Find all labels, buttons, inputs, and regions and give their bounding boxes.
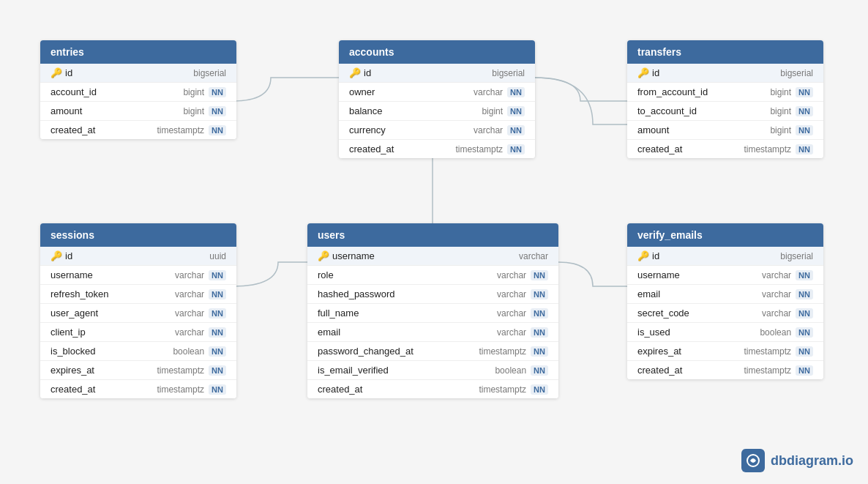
table-transfers: transfers 🔑 id bigserial from_account_id… [627, 40, 823, 158]
table-row: secret_code varchar NN [627, 304, 823, 323]
table-sessions: sessions 🔑 id uuid username varchar NN r… [40, 223, 236, 398]
table-row: to_account_id bigint NN [627, 102, 823, 121]
table-row: created_at timestamptz NN [40, 121, 236, 139]
key-icon: 🔑 [50, 250, 62, 261]
table-row: created_at timestamptz NN [40, 380, 236, 398]
table-row: expires_at timestamptz NN [40, 361, 236, 380]
key-icon: 🔑 [318, 250, 329, 261]
table-row: email varchar NN [307, 323, 558, 342]
table-row: created_at timestamptz NN [339, 140, 535, 158]
table-row: hashed_password varchar NN [307, 285, 558, 304]
key-icon: 🔑 [349, 67, 361, 78]
table-row: from_account_id bigint NN [627, 83, 823, 102]
table-row: refresh_token varchar NN [40, 285, 236, 304]
table-sessions-header: sessions [40, 223, 236, 247]
key-icon: 🔑 [637, 250, 649, 261]
table-users-header: users [307, 223, 558, 247]
table-row: amount bigint NN [40, 102, 236, 121]
table-row: amount bigint NN [627, 121, 823, 140]
table-row: client_ip varchar NN [40, 323, 236, 342]
table-row: is_email_verified boolean NN [307, 361, 558, 380]
table-row: expires_at timestamptz NN [627, 342, 823, 361]
table-row: 🔑 id bigserial [627, 247, 823, 266]
table-row: 🔑 id bigserial [339, 64, 535, 83]
table-accounts-header: accounts [339, 40, 535, 64]
diagram-canvas: entries 🔑 id bigserial account_id bigint… [0, 0, 868, 484]
logo-area: dbdiagram.io [741, 449, 853, 472]
table-row: 🔑 id bigserial [40, 64, 236, 83]
table-row: 🔑 id bigserial [627, 64, 823, 83]
logo-icon [741, 449, 765, 472]
key-icon: 🔑 [637, 67, 649, 78]
table-verify-emails-header: verify_emails [627, 223, 823, 247]
table-row: created_at timestamptz NN [627, 361, 823, 379]
table-row: 🔑 id uuid [40, 247, 236, 266]
table-row: role varchar NN [307, 266, 558, 285]
table-row: username varchar NN [627, 266, 823, 285]
table-row: created_at timestamptz NN [627, 140, 823, 158]
table-row: currency varchar NN [339, 121, 535, 140]
table-entries-header: entries [40, 40, 236, 64]
table-row: balance bigint NN [339, 102, 535, 121]
table-row: is_used boolean NN [627, 323, 823, 342]
table-transfers-header: transfers [627, 40, 823, 64]
table-row: username varchar NN [40, 266, 236, 285]
table-row: is_blocked boolean NN [40, 342, 236, 361]
table-row: owner varchar NN [339, 83, 535, 102]
table-row: email varchar NN [627, 285, 823, 304]
table-row: account_id bigint NN [40, 83, 236, 102]
table-row: created_at timestamptz NN [307, 380, 558, 398]
key-icon: 🔑 [50, 67, 62, 78]
table-verify-emails: verify_emails 🔑 id bigserial username va… [627, 223, 823, 379]
table-accounts: accounts 🔑 id bigserial owner varchar NN… [339, 40, 535, 158]
table-users: users 🔑 username varchar role varchar NN… [307, 223, 558, 398]
table-row: user_agent varchar NN [40, 304, 236, 323]
table-row: password_changed_at timestamptz NN [307, 342, 558, 361]
table-row: 🔑 username varchar [307, 247, 558, 266]
table-entries: entries 🔑 id bigserial account_id bigint… [40, 40, 236, 139]
table-row: full_name varchar NN [307, 304, 558, 323]
logo-text: dbdiagram.io [771, 453, 853, 469]
